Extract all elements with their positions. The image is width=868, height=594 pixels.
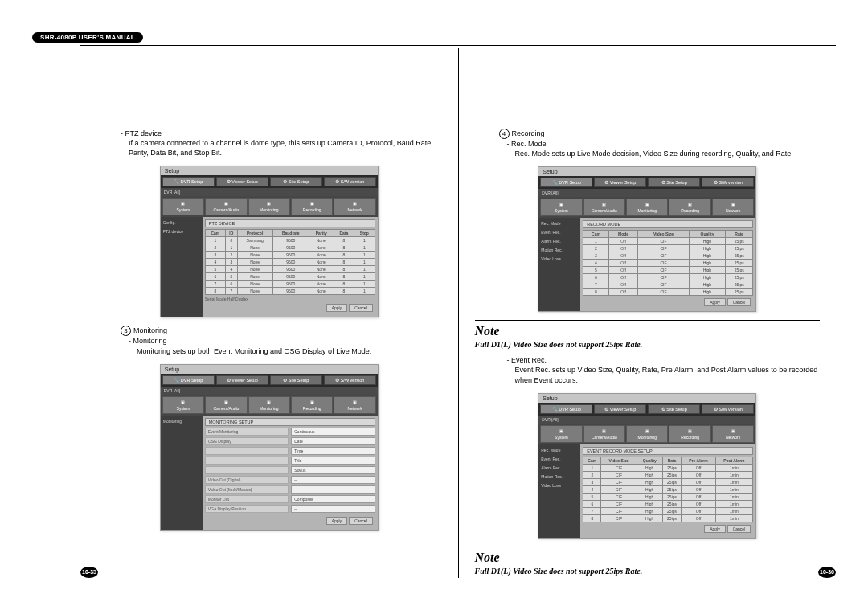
nav-icon: ▣System	[540, 199, 582, 216]
note-rule	[475, 547, 821, 547]
tab: ⚙ S/W version	[324, 375, 376, 385]
dvr-selector: DVR [All]	[538, 189, 755, 197]
nav-icon: ▣Recording	[291, 396, 333, 414]
tab: 🔧 DVR Setup	[162, 375, 215, 385]
recmode-text: Rec. Mode sets up Live Mode decision, Vi…	[515, 149, 821, 158]
nav-icon: ▣Network	[712, 199, 754, 216]
monitoring-head-text: Monitoring	[133, 326, 167, 334]
nav-icons: ▣System▣Camera/Audio▣Monitoring▣Recordin…	[538, 424, 755, 444]
dvr-selector: DVR [All]	[161, 387, 378, 395]
tab: ⚙ Viewer Setup	[216, 375, 268, 385]
tab: ⚙ S/W version	[324, 177, 376, 186]
cancel-button: Cancel	[727, 525, 751, 533]
nav-icons: ▣System▣Camera/Audio▣Monitoring▣Recordin…	[161, 196, 378, 217]
nav-icon: ▣Monitoring	[248, 198, 290, 215]
screenshot-recmode: Setup 🔧 DVR Setup⚙ Viewer Setup⚙ Site Se…	[538, 166, 756, 312]
dvr-selector: DVR [All]	[161, 188, 378, 196]
nav-icon: ▣Network	[712, 425, 754, 443]
screenshot-monitoring: Setup 🔧 DVR Setup⚙ Viewer Setup⚙ Site Se…	[160, 364, 379, 531]
top-tabs: 🔧 DVR Setup⚙ Viewer Setup⚙ Site Setup⚙ S…	[161, 374, 378, 387]
shot-title: Setup	[161, 166, 378, 175]
side-menu: Config.PTZ device	[161, 217, 203, 317]
page-number-right: 10-36	[818, 567, 836, 578]
recording-heading: 4Recording	[499, 129, 821, 139]
apply-button: Apply	[704, 525, 726, 533]
eventrec-table: CamVideo SizeQualityRatePre AlarmPost Al…	[583, 457, 753, 522]
ptz-bullet: - PTZ device	[121, 129, 442, 138]
top-tabs: 🔧 DVR Setup⚙ Viewer Setup⚙ Site Setup⚙ S…	[538, 403, 755, 416]
side-menu: Rec. ModeEvent Rec.Alarm Rec.Motion Rec.…	[538, 218, 580, 311]
nav-icon: ▣Recording	[669, 425, 710, 443]
recmode-table: CamModeVideo SizeQualityRate1OffCIFHigh2…	[583, 230, 753, 296]
note-text: Full D1(L) Video Size does not support 2…	[475, 340, 821, 349]
cancel-button: Cancel	[727, 298, 751, 306]
nav-icon: ▣System	[540, 425, 582, 443]
nav-icons: ▣System▣Camera/Audio▣Monitoring▣Recordin…	[538, 197, 755, 218]
nav-icon: ▣Monitoring	[626, 199, 668, 216]
side-item: Event Rec.	[541, 457, 578, 461]
nav-icon: ▣Recording	[669, 199, 710, 216]
shot-title: Setup	[538, 167, 755, 176]
side-item: Alarm Rec.	[541, 465, 578, 470]
apply-button: Apply	[704, 298, 726, 306]
nav-icon: ▣System	[162, 198, 204, 215]
cancel-button: Cancel	[349, 517, 373, 525]
note-title: Note	[475, 551, 821, 565]
tab: ⚙ S/W version	[702, 178, 754, 187]
shot-title: Setup	[161, 365, 378, 374]
tab: 🔧 DVR Setup	[540, 178, 592, 187]
tab: ⚙ Site Setup	[270, 177, 322, 186]
nav-icon: ▣Camera/Audio	[583, 199, 625, 216]
tab: ⚙ Viewer Setup	[594, 404, 646, 414]
side-item: Rec. Mode	[541, 221, 578, 226]
side-item: Event Rec.	[541, 230, 578, 235]
side-item: Video Loss	[541, 256, 578, 261]
top-tabs: 🔧 DVR Setup⚙ Viewer Setup⚙ Site Setup⚙ S…	[161, 175, 378, 188]
dvr-selector: DVR [All]	[538, 416, 755, 424]
side-item: Video Loss	[541, 483, 578, 488]
nav-icon: ▣Recording	[291, 198, 333, 215]
button-row: Apply Cancel	[583, 296, 753, 309]
recmode-bullet: - Rec. Mode	[507, 139, 821, 149]
side-item: Motion Rec.	[541, 248, 578, 252]
circle-4-icon: 4	[499, 129, 510, 139]
eventrec-text: Event Rec. sets up Video Size, Quality, …	[515, 365, 821, 384]
cancel-button: Cancel	[349, 304, 373, 312]
nav-icon: ▣Network	[334, 396, 375, 414]
page-number-left: 10-35	[80, 567, 98, 578]
panel-title: EVENT RECORD MODE SETUP	[583, 447, 753, 455]
panel-title: PTZ DEVICE	[205, 219, 375, 227]
tab: 🔧 DVR Setup	[162, 177, 215, 186]
nav-icon: ▣Monitoring	[626, 425, 668, 443]
top-rule	[80, 45, 836, 46]
nav-icon: ▣Camera/Audio	[205, 198, 247, 215]
nav-icons: ▣System▣Camera/Audio▣Monitoring▣Recordin…	[161, 395, 378, 416]
screenshot-ptz: Setup 🔧 DVR Setup⚙ Viewer Setup⚙ Site Se…	[160, 166, 379, 317]
eventrec-bullet: - Event Rec.	[507, 355, 821, 365]
monitoring-form: Event MonitoringContinuousOSG DisplayDat…	[205, 428, 375, 513]
panel-title: RECORD MODE	[583, 220, 753, 228]
side-menu: Rec. ModeEvent Rec.Alarm Rec.Motion Rec.…	[538, 444, 580, 538]
right-page: 4Recording - Rec. Mode Rec. Mode sets up…	[459, 48, 837, 578]
side-menu: Monitoring	[161, 416, 203, 530]
tab: ⚙ Viewer Setup	[594, 178, 646, 187]
panel-title: MONITORING SETUP	[205, 418, 375, 426]
side-item: Motion Rec.	[541, 474, 578, 479]
note-title: Note	[475, 324, 821, 338]
ptz-text: If a camera connected to a channel is do…	[129, 138, 442, 158]
tab: 🔧 DVR Setup	[540, 404, 592, 414]
note-text: Full D1(L) Video Size does not support 2…	[475, 567, 821, 576]
note-rule	[475, 320, 821, 321]
tab: ⚙ Viewer Setup	[216, 177, 268, 186]
nav-icon: ▣Monitoring	[248, 396, 290, 414]
spread: - PTZ device If a camera connected to a …	[80, 48, 836, 578]
side-item: Rec. Mode	[541, 448, 578, 453]
tab: ⚙ S/W version	[702, 404, 754, 414]
button-row: Apply Cancel	[205, 514, 375, 527]
button-row: Apply Cancel	[205, 301, 375, 314]
apply-button: Apply	[326, 304, 348, 312]
monitoring-heading: 3Monitoring	[121, 326, 442, 336]
shot-title: Setup	[538, 394, 755, 403]
nav-icon: ▣System	[162, 396, 204, 414]
button-row: Apply Cancel	[583, 522, 753, 535]
